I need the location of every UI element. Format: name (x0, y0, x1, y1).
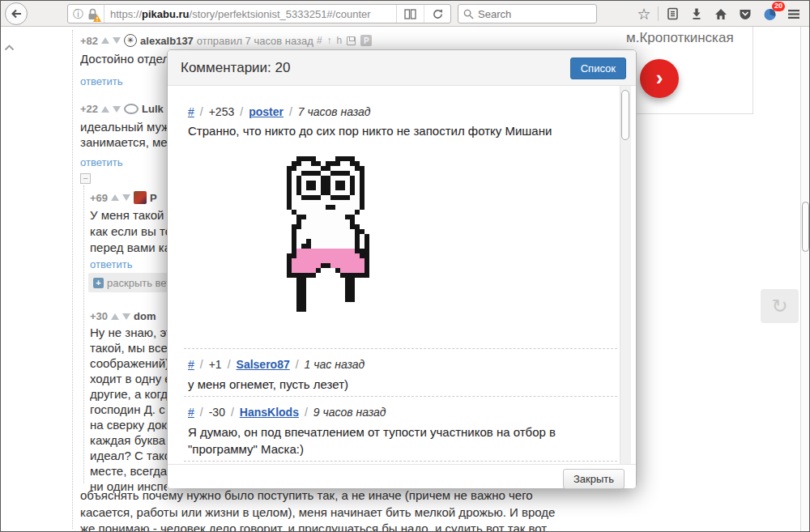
refresh-icon: ↻ (771, 295, 787, 317)
metro-station-label: м.Кропоткинская (626, 30, 734, 46)
downloads-icon[interactable] (684, 2, 709, 25)
modal-comment-header: # / -30 / HansKlods / 9 часов назад (188, 406, 386, 419)
reply-link[interactable]: ответить (90, 258, 132, 270)
separator-slash: / (200, 358, 203, 371)
home-icon[interactable] (709, 2, 733, 25)
reload-icon[interactable] (424, 5, 450, 23)
avatar[interactable] (124, 104, 139, 114)
comment-permalink[interactable]: # (188, 358, 194, 371)
avatar[interactable]: ✳ (124, 34, 137, 47)
bookmark-star-icon[interactable]: ☆ (632, 2, 656, 25)
url-text: https://pikabu.ru/story/perfektsionist_5… (104, 8, 371, 20)
modal-comment-text: Я думаю, он под впечатлением от тупости … (188, 423, 609, 458)
thread-indent-line (83, 185, 84, 483)
separator-slash: / (200, 105, 203, 118)
ad-next-button[interactable]: › (640, 59, 679, 98)
bg-comment-text: У меня такой мкак если вы топеред вами к… (90, 207, 167, 256)
reply-link[interactable]: ответить (80, 156, 122, 168)
comment-score: +69 (90, 192, 108, 204)
comment-score: +82 (80, 35, 98, 47)
expand-thread-link[interactable]: + раскрыть вет (88, 273, 167, 292)
comment-author[interactable]: P (150, 192, 157, 204)
hide-icon[interactable]: h (337, 35, 343, 46)
bg-comment-meta: +22 Lulk (80, 103, 164, 115)
toolbar-separator (658, 6, 659, 21)
reader-mode-icon[interactable] (397, 5, 424, 23)
page-scrollbar-thumb[interactable] (802, 202, 809, 252)
comment-score: +22 (80, 103, 98, 115)
scroll-top-chevron-icon[interactable] (4, 40, 15, 54)
page-scrollbar[interactable] (800, 27, 810, 532)
save-icon[interactable] (347, 36, 356, 45)
comment-author[interactable]: Lulk (142, 103, 164, 115)
upvote-icon[interactable] (101, 37, 109, 44)
downvote-icon[interactable] (122, 313, 130, 320)
browser-toolbar: ⓘ https://pikabu.ru/story/perfektsionist… (1, 1, 809, 27)
refresh-widget[interactable]: ↻ (761, 289, 799, 323)
comment-author-link[interactable]: poster (249, 105, 284, 118)
comment-time: 1 час назад (305, 358, 365, 371)
bg-comment-text: идеальный муж хзанимается, меее (80, 119, 167, 150)
modal-comment-header: # / +1 / Salsero87 / 1 час назад (188, 358, 364, 371)
comment-sent: отправил 7 часов назад (197, 35, 313, 47)
p-badge-icon[interactable]: P (360, 35, 372, 46)
bg-comment-meta: +82 ✳ alexalb137 отправил 7 часов назад … (80, 34, 372, 47)
upvote-icon[interactable] (101, 106, 109, 113)
separator-slash: / (231, 406, 234, 419)
upvote-icon[interactable] (111, 313, 119, 320)
back-button[interactable] (5, 2, 28, 25)
pocket-icon[interactable] (733, 2, 757, 25)
separator-slash: / (200, 406, 203, 419)
lock-icon[interactable] (87, 8, 99, 20)
comment-permalink[interactable]: # (188, 406, 194, 419)
comment-separator (184, 348, 617, 349)
comment-time: 7 часов назад (298, 105, 371, 118)
comment-author-link[interactable]: HansKlods (240, 406, 299, 419)
modal-scrollbar[interactable] (620, 86, 631, 464)
comment-score: -30 (209, 406, 225, 419)
arrow-up-icon[interactable]: ↑ (327, 35, 332, 46)
modal-scrollbar-thumb[interactable] (621, 90, 629, 140)
upvote-icon[interactable] (111, 194, 119, 201)
downvote-icon[interactable] (122, 194, 130, 201)
modal-header: Комментарии: 20 Список (168, 50, 636, 86)
comment-author[interactable]: dom (134, 310, 156, 322)
bg-comment-meta: +30 dom (90, 310, 156, 322)
bg-comment-text: Ну не знаю, эттакой, мы всесоображений)х… (90, 325, 167, 494)
addon-pie-icon[interactable]: 20 (757, 2, 782, 25)
bg-comment-bottom-text: объяснять почему нужно было поступить та… (80, 487, 555, 532)
modal-footer: Закрыть (168, 464, 636, 488)
search-box[interactable] (458, 4, 597, 23)
comment-score: +30 (90, 310, 108, 322)
downvote-icon[interactable] (113, 106, 121, 113)
list-button[interactable]: Список (570, 57, 626, 79)
bookmarks-menu-icon[interactable] (660, 2, 684, 25)
urlbar-tools (396, 5, 450, 23)
search-input[interactable] (478, 8, 575, 20)
downvote-icon[interactable] (113, 37, 121, 44)
comment-time: 9 часов назад (313, 406, 386, 419)
bg-comment-text: Достойно отдель (80, 51, 167, 66)
comment-actions: # ↑ h P (317, 35, 372, 46)
comment-score: +253 (209, 105, 235, 118)
comment-separator (184, 461, 617, 462)
expand-thread-label: раскрыть вет (107, 277, 167, 289)
search-icon (463, 9, 474, 19)
comment-image (277, 156, 394, 312)
avatar[interactable] (134, 191, 147, 204)
warning-icon (93, 15, 101, 22)
url-bar[interactable]: ⓘ https://pikabu.ru/story/perfektsionist… (67, 4, 451, 23)
comment-permalink[interactable]: # (188, 105, 194, 118)
comment-author[interactable]: alexalb137 (140, 35, 194, 47)
modal-title: Комментарии: 20 (181, 60, 290, 76)
menu-hamburger-icon[interactable] (782, 2, 806, 25)
reply-link[interactable]: ответить (80, 75, 122, 87)
plus-icon: + (93, 278, 104, 288)
hash-icon[interactable]: # (317, 35, 322, 46)
comment-author-link[interactable]: Salsero87 (237, 358, 290, 371)
collapse-thread-icon[interactable]: − (80, 173, 91, 184)
close-button[interactable]: Закрыть (563, 469, 625, 489)
site-identity[interactable]: ⓘ (68, 5, 104, 23)
separator-slash: / (305, 406, 308, 419)
info-icon[interactable]: ⓘ (73, 9, 83, 19)
